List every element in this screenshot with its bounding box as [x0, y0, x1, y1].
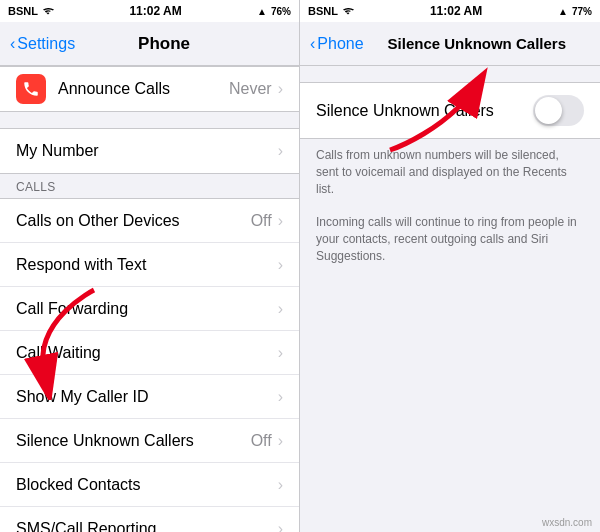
call-forwarding-chevron-icon: › — [278, 300, 283, 318]
left-carrier: BSNL — [8, 5, 38, 17]
left-nav-back-label: Settings — [17, 35, 75, 53]
right-signal: ▲ — [558, 6, 568, 17]
left-chevron-back-icon: ‹ — [10, 35, 15, 53]
silence-description-2: Incoming calls will continue to ring fro… — [316, 215, 577, 263]
announce-calls-icon — [16, 74, 46, 104]
watermark: wxsdn.com — [542, 517, 592, 528]
left-wifi-icon — [42, 6, 54, 16]
sms-reporting-row[interactable]: SMS/Call Reporting › — [0, 507, 299, 532]
right-status-left: BSNL — [308, 5, 354, 17]
left-battery: 76% — [271, 6, 291, 17]
announce-calls-value: Never — [229, 80, 272, 98]
left-nav-bar: ‹ Settings Phone — [0, 22, 299, 66]
respond-text-row[interactable]: Respond with Text › — [0, 243, 299, 287]
silence-unknown-row[interactable]: Silence Unknown Callers Off › — [0, 419, 299, 463]
silence-toggle-label: Silence Unknown Callers — [316, 102, 533, 120]
right-nav-back-button[interactable]: ‹ Phone — [310, 35, 364, 53]
left-nav-back-button[interactable]: ‹ Settings — [10, 35, 75, 53]
sms-reporting-label: SMS/Call Reporting — [16, 520, 278, 532]
show-caller-id-row[interactable]: Show My Caller ID › — [0, 375, 299, 419]
right-nav-title: Silence Unknown Callers — [364, 35, 590, 52]
my-number-section: My Number › — [0, 128, 299, 174]
sms-reporting-chevron-icon: › — [278, 520, 283, 532]
left-status-right: ▲ 76% — [257, 6, 291, 17]
left-settings-list: Announce Calls Never › My Number › CALLS… — [0, 66, 299, 532]
calls-other-devices-row[interactable]: Calls on Other Devices Off › — [0, 199, 299, 243]
blocked-contacts-label: Blocked Contacts — [16, 476, 278, 494]
toggle-knob — [535, 97, 562, 124]
announce-calls-row[interactable]: Announce Calls Never › — [0, 67, 299, 111]
respond-text-chevron-icon: › — [278, 256, 283, 274]
show-caller-id-label: Show My Caller ID — [16, 388, 278, 406]
phone-icon — [22, 80, 40, 98]
right-time: 11:02 AM — [430, 4, 482, 18]
calls-section-header: CALLS — [0, 174, 299, 198]
right-nav-back-label: Phone — [317, 35, 363, 53]
show-caller-id-chevron-icon: › — [278, 388, 283, 406]
calls-other-devices-value: Off — [251, 212, 272, 230]
silence-unknown-chevron-icon: › — [278, 432, 283, 450]
call-waiting-label: Call Waiting — [16, 344, 278, 362]
right-nav-bar: ‹ Phone Silence Unknown Callers — [300, 22, 600, 66]
silence-toggle-row[interactable]: Silence Unknown Callers — [300, 83, 600, 138]
right-wifi-icon — [342, 6, 354, 16]
left-time: 11:02 AM — [129, 4, 181, 18]
blocked-contacts-row[interactable]: Blocked Contacts › — [0, 463, 299, 507]
silence-unknown-value: Off — [251, 432, 272, 450]
announce-calls-label: Announce Calls — [58, 80, 229, 98]
right-battery: 77% — [572, 6, 592, 17]
silence-section: Silence Unknown Callers — [300, 82, 600, 139]
left-nav-title: Phone — [138, 34, 190, 54]
left-status-bar: BSNL 11:02 AM ▲ 76% — [0, 0, 299, 22]
right-status-right: ▲ 77% — [558, 6, 592, 17]
announce-calls-section: Announce Calls Never › — [0, 66, 299, 112]
right-status-bar: BSNL 11:02 AM ▲ 77% — [300, 0, 600, 22]
calls-other-devices-chevron-icon: › — [278, 212, 283, 230]
silence-toggle[interactable] — [533, 95, 584, 126]
call-waiting-row[interactable]: Call Waiting › — [0, 331, 299, 375]
right-carrier: BSNL — [308, 5, 338, 17]
left-signal: ▲ — [257, 6, 267, 17]
my-number-row[interactable]: My Number › — [0, 129, 299, 173]
calls-section: Calls on Other Devices Off › Respond wit… — [0, 198, 299, 532]
my-number-chevron-icon: › — [278, 142, 283, 160]
left-panel: BSNL 11:02 AM ▲ 76% ‹ Settings Phone — [0, 0, 300, 532]
right-chevron-back-icon: ‹ — [310, 35, 315, 53]
right-panel: BSNL 11:02 AM ▲ 77% ‹ Phone Silence Unkn… — [300, 0, 600, 532]
my-number-label: My Number — [16, 142, 278, 160]
call-forwarding-label: Call Forwarding — [16, 300, 278, 318]
left-status-left: BSNL — [8, 5, 54, 17]
silence-description: Calls from unknown numbers will be silen… — [300, 139, 600, 277]
silence-unknown-label: Silence Unknown Callers — [16, 432, 251, 450]
silence-description-1: Calls from unknown numbers will be silen… — [316, 148, 567, 196]
announce-calls-chevron-icon: › — [278, 80, 283, 98]
call-waiting-chevron-icon: › — [278, 344, 283, 362]
respond-text-label: Respond with Text — [16, 256, 278, 274]
blocked-contacts-chevron-icon: › — [278, 476, 283, 494]
calls-other-devices-label: Calls on Other Devices — [16, 212, 251, 230]
call-forwarding-row[interactable]: Call Forwarding › — [0, 287, 299, 331]
